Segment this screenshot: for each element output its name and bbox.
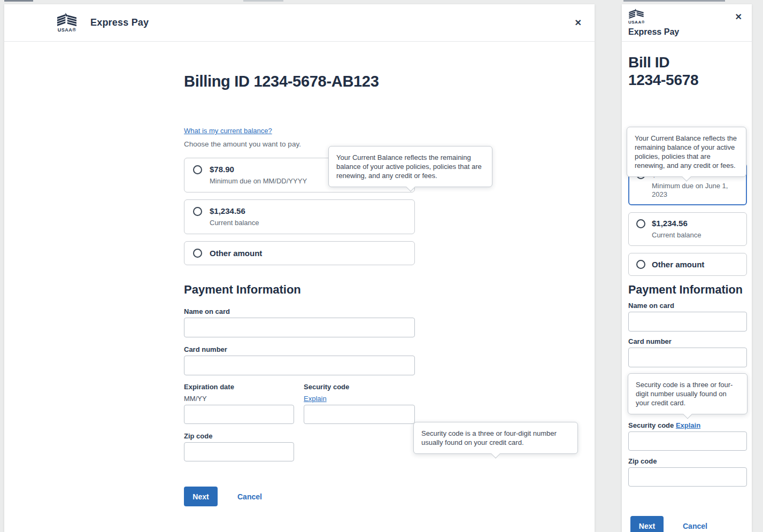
dialog-header: USAA® Express Pay ✕ bbox=[4, 4, 595, 42]
payment-information-heading-mobile: Payment Information bbox=[628, 283, 747, 297]
security-code-tooltip-mobile: Security code is a three or four-digit n… bbox=[628, 373, 747, 414]
express-pay-dialog-desktop: USAA® Express Pay ✕ Billing ID 1234-5678… bbox=[4, 4, 595, 532]
app-title-mobile: Express Pay bbox=[628, 27, 745, 37]
tooltip-text: Your Current Balance reflects the remain… bbox=[336, 153, 482, 180]
radio-icon[interactable] bbox=[193, 207, 202, 216]
card-number-label: Card number bbox=[184, 345, 415, 354]
tooltip-text: Security code is a three or four-digit n… bbox=[636, 381, 733, 407]
expiration-date-input[interactable] bbox=[184, 405, 294, 424]
usaa-wordmark: USAA® bbox=[628, 20, 645, 25]
amount-option-other[interactable]: Other amount bbox=[184, 241, 415, 265]
current-balance-tooltip-mobile: Your Current Balance reflects the remain… bbox=[627, 127, 746, 177]
next-button-mobile[interactable]: Next bbox=[630, 516, 664, 532]
security-code-label: Security code bbox=[304, 383, 415, 391]
expiration-format-hint: MM/YY bbox=[184, 395, 294, 403]
option-amount: Other amount bbox=[652, 259, 704, 269]
zip-code-input[interactable] bbox=[184, 442, 294, 461]
security-code-label-mobile: Security code Explain bbox=[628, 421, 747, 430]
name-on-card-label: Name on card bbox=[184, 307, 415, 316]
zip-code-label-mobile: Zip code bbox=[628, 457, 747, 466]
top-edge-artifact-middle bbox=[243, 0, 283, 2]
current-balance-link[interactable]: What is my current balance? bbox=[184, 127, 272, 135]
option-description: Current balance bbox=[652, 231, 702, 240]
next-button[interactable]: Next bbox=[184, 487, 218, 506]
tooltip-arrow bbox=[491, 450, 500, 459]
security-code-tooltip: Security code is a three or four-digit n… bbox=[413, 422, 578, 454]
amount-option-current-balance[interactable]: $1,234.56 Current balance bbox=[184, 199, 415, 234]
usaa-logo: USAA® bbox=[56, 13, 78, 33]
name-on-card-input-mobile[interactable] bbox=[628, 312, 747, 331]
name-on-card-label-mobile: Name on card bbox=[628, 302, 747, 310]
explain-link-mobile[interactable]: Explain bbox=[676, 421, 700, 429]
option-description: Current balance bbox=[210, 219, 259, 227]
tooltip-text: Your Current Balance reflects the remain… bbox=[635, 134, 737, 169]
express-pay-dialog-mobile: USAA® Express Pay ✕ Bill ID 1234-5678 Wh… bbox=[622, 4, 752, 532]
dialog-body-mobile: Bill ID 1234-5678 What is my current bal… bbox=[628, 53, 747, 532]
option-description: Minimum due on June 1, 2023 bbox=[652, 182, 739, 199]
tooltip-arrow bbox=[683, 410, 692, 419]
close-icon-mobile[interactable]: ✕ bbox=[735, 13, 742, 21]
bill-id-heading-mobile: Bill ID 1234-5678 bbox=[628, 53, 747, 89]
option-description: Minimum due on MM/DD/YYYY bbox=[210, 177, 307, 186]
option-amount: $78.90 bbox=[210, 165, 307, 174]
bill-id-heading: Billing ID 1234-5678-AB123 bbox=[184, 72, 415, 90]
close-icon[interactable]: ✕ bbox=[575, 19, 582, 27]
option-amount: Other amount bbox=[210, 248, 262, 258]
current-balance-tooltip: Your Current Balance reflects the remain… bbox=[328, 146, 492, 187]
radio-icon[interactable] bbox=[636, 219, 645, 228]
usaa-wordmark: USAA® bbox=[58, 28, 76, 33]
card-number-input-mobile[interactable] bbox=[628, 348, 747, 367]
cancel-link-mobile[interactable]: Cancel bbox=[683, 522, 707, 530]
payment-information-heading: Payment Information bbox=[184, 282, 415, 297]
top-edge-artifact-right bbox=[623, 0, 725, 2]
option-amount: $1,234.56 bbox=[210, 206, 259, 216]
app-title: Express Pay bbox=[90, 17, 149, 28]
amount-option-current-balance-mobile[interactable]: $1,234.56 Current balance bbox=[628, 212, 747, 246]
radio-icon[interactable] bbox=[193, 165, 202, 174]
option-amount: $1,234.56 bbox=[652, 219, 702, 228]
radio-icon[interactable] bbox=[636, 260, 645, 269]
zip-code-input-mobile[interactable] bbox=[628, 467, 747, 487]
expiration-date-label: Expiration date bbox=[184, 383, 294, 391]
name-on-card-input[interactable] bbox=[184, 318, 415, 337]
security-code-input-mobile[interactable] bbox=[628, 431, 747, 451]
card-number-input[interactable] bbox=[184, 356, 415, 375]
zip-code-label: Zip code bbox=[184, 432, 415, 441]
card-number-label-mobile: Card number bbox=[628, 337, 747, 346]
security-code-input[interactable] bbox=[304, 405, 415, 424]
top-edge-artifact-left bbox=[4, 0, 33, 2]
usaa-logo-mobile: USAA® bbox=[628, 9, 745, 25]
cancel-link[interactable]: Cancel bbox=[237, 492, 262, 501]
radio-icon[interactable] bbox=[193, 249, 202, 258]
usaa-eagle-icon bbox=[628, 9, 644, 20]
explain-link[interactable]: Explain bbox=[304, 395, 327, 403]
bill-id-line2: 1234-5678 bbox=[628, 72, 698, 88]
amount-option-other-mobile[interactable]: Other amount bbox=[628, 253, 747, 276]
tooltip-text: Security code is a three or four-digit n… bbox=[421, 429, 557, 446]
dialog-header-mobile: USAA® Express Pay ✕ bbox=[622, 4, 752, 42]
dialog-body: Billing ID 1234-5678-AB123 What is my cu… bbox=[184, 72, 415, 506]
usaa-eagle-icon bbox=[56, 13, 78, 27]
